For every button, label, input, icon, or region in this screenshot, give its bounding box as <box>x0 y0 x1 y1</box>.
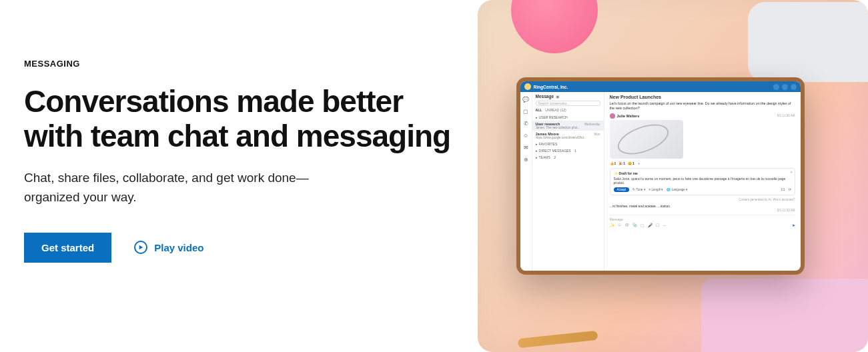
mic-icon[interactable]: 🎤 <box>648 223 653 227</box>
close-icon[interactable]: ✕ <box>790 170 793 174</box>
nav-rail: 💬 ▢ ✆ ☺ ✉ ⊕ <box>520 92 532 271</box>
section-user-research[interactable]: USER RESEARCH <box>532 114 604 121</box>
get-started-button[interactable]: Get started <box>24 233 111 263</box>
thread-title: New Product Launches <box>610 95 795 99</box>
prop-notebook <box>701 279 868 352</box>
appbar-action-icon[interactable] <box>773 84 779 90</box>
section-count: 2 <box>554 155 556 159</box>
svg-marker-0 <box>139 245 143 249</box>
author-name: Julie Walters <box>617 114 640 118</box>
eyebrow: MESSAGING <box>24 59 451 69</box>
prop-device <box>748 2 868 82</box>
app-title-bar: RingCentral, Inc. <box>520 81 801 92</box>
calendar-icon[interactable]: ☐ <box>656 223 659 227</box>
filter-all[interactable]: ALL <box>536 108 542 112</box>
rail-video-icon[interactable]: ▢ <box>522 108 529 115</box>
play-video-button[interactable]: Play video <box>134 241 203 254</box>
length-control[interactable]: ≡ Length ▾ <box>649 188 664 191</box>
chat-time: Wednesday <box>584 123 600 126</box>
refresh-icon[interactable]: ⟳ <box>789 188 791 191</box>
tablet-frame: RingCentral, Inc. 💬 ▢ ✆ ☺ <box>516 77 805 275</box>
chat-item[interactable]: James MooreMon https://drive.google.com/… <box>532 131 604 141</box>
section-label: DIRECT MESSAGES <box>539 149 571 153</box>
accept-button[interactable]: Accept <box>614 187 630 192</box>
conversation-list: Message ▣ Search conversatio... ALL UNRE… <box>532 92 604 271</box>
section-label: TEAMS <box>539 155 550 159</box>
emoji-icon[interactable]: ☺ <box>618 223 622 227</box>
draft-counter: 1/1 <box>781 188 785 191</box>
section-direct-messages[interactable]: DIRECT MESSAGES 1 <box>532 147 604 154</box>
section-favorites[interactable]: FAVORITES <box>532 141 604 147</box>
filter-unread[interactable]: UNREAD (12) <box>545 108 566 112</box>
workspace-avatar <box>524 83 531 90</box>
prop-drink <box>511 0 598 53</box>
section-teams[interactable]: TEAMS 2 <box>532 154 604 161</box>
composer: Message ✨ ☺ @ 📎 ▢ 🎤 ☐ ⋯ <box>610 215 795 227</box>
thread-pane: New Product Launches Let's focus on the … <box>604 92 801 271</box>
message-snippet: ...nt finishes, metal and acetate. ...ic… <box>610 204 795 208</box>
hero-image-scene: RingCentral, Inc. 💬 ▢ ✆ ☺ <box>478 0 868 352</box>
chat-item[interactable]: User researchWednesday James: The new co… <box>532 121 604 131</box>
folder-icon[interactable]: ▣ <box>556 94 560 99</box>
play-icon <box>134 241 147 254</box>
prop-pencil <box>517 331 598 348</box>
ai-draft-panel: ✕ Draft for me Salut June, quand tu aura… <box>610 168 795 195</box>
chat-time: Mon <box>594 133 600 136</box>
tone-control[interactable]: ↻ Tone ▾ <box>632 188 645 191</box>
play-video-label: Play video <box>154 242 203 253</box>
reaction-smile[interactable]: 😊 1 <box>628 161 634 165</box>
reactions: 👍 1 🎉 1 😊 1 ＋ <box>610 161 795 165</box>
panel-body: Salut June, quand tu auras un moment, pe… <box>614 177 791 185</box>
rail-phone-icon[interactable]: ✆ <box>522 120 529 127</box>
section-count: 1 <box>574 149 576 153</box>
composer-input[interactable]: Message <box>610 217 795 221</box>
hero-subcopy: Chat, share files, collaborate, and get … <box>24 168 344 207</box>
panel-title: Draft for me <box>614 171 791 175</box>
rail-more-icon[interactable]: ⊕ <box>522 156 529 163</box>
hero-headline: Conversations made better with team chat… <box>24 85 451 153</box>
language-control[interactable]: 🌐 Language ▾ <box>667 188 688 191</box>
send-icon[interactable]: ➤ <box>792 223 795 227</box>
attachment-image[interactable] <box>610 120 683 159</box>
message-time: 8/1 11:00 AM <box>777 114 795 117</box>
reaction-add[interactable]: ＋ <box>637 161 640 165</box>
workspace-title: RingCentral, Inc. <box>534 85 568 89</box>
rail-contacts-icon[interactable]: ☺ <box>522 132 529 139</box>
chat-preview: https://drive.google.com/drive/u/0/fol..… <box>536 136 600 139</box>
rail-text-icon[interactable]: ✉ <box>522 144 529 151</box>
attach-icon[interactable]: 📎 <box>632 223 637 227</box>
app-screen: RingCentral, Inc. 💬 ▢ ✆ ☺ <box>520 81 801 271</box>
appbar-action-icon[interactable] <box>782 84 788 90</box>
reaction-party[interactable]: 🎉 1 <box>618 161 625 165</box>
chat-preview: James: The new collection phot... <box>536 126 600 129</box>
at-icon[interactable]: @ <box>625 223 629 227</box>
more-icon[interactable]: ⋯ <box>663 223 667 227</box>
list-title: Message <box>536 94 554 99</box>
sparkle-icon[interactable]: ✨ <box>610 223 614 227</box>
author-avatar <box>610 113 615 119</box>
reaction-thumbs[interactable]: 👍 1 <box>610 161 616 165</box>
search-input[interactable]: Search conversatio... <box>536 101 600 106</box>
ai-footnote: Content generated by AI. Was it accurate… <box>610 198 795 201</box>
appbar-action-icon[interactable] <box>791 84 797 90</box>
thread-message: Let's focus on the launch campaign of ou… <box>610 101 795 111</box>
message-time: 8/1 11:03 AM <box>610 209 795 212</box>
rail-message-icon[interactable]: 💬 <box>522 96 529 103</box>
screen-icon[interactable]: ▢ <box>640 223 644 227</box>
